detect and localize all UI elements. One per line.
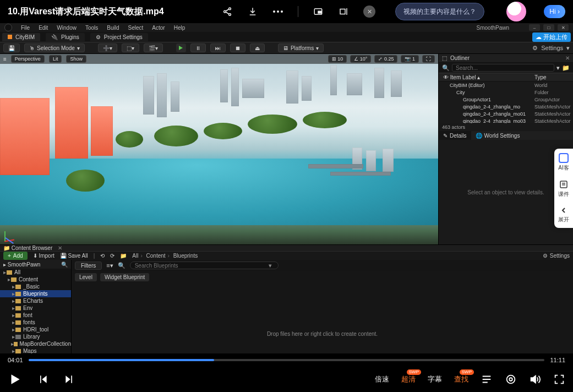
playlist-icon[interactable] bbox=[481, 373, 493, 385]
window-max-icon[interactable]: □ bbox=[543, 24, 554, 31]
content-tree-node[interactable]: ▸MapBorderCollection bbox=[0, 340, 71, 347]
speed-button[interactable]: 倍速 bbox=[375, 374, 389, 384]
settings-button[interactable]: Settings bbox=[541, 45, 563, 51]
ai-assist-button[interactable]: AI客 bbox=[558, 153, 569, 172]
progress-track[interactable] bbox=[29, 359, 545, 361]
add-button[interactable]: + Add bbox=[3, 252, 28, 260]
show-button[interactable]: Show bbox=[66, 55, 86, 63]
menu-window[interactable]: Window bbox=[57, 25, 77, 31]
window-min-icon[interactable]: – bbox=[529, 24, 540, 31]
find-button[interactable]: 查找SWP bbox=[454, 374, 468, 384]
expand-button[interactable]: 展开 bbox=[558, 206, 569, 224]
tab-project-settings[interactable]: ⚙ Project Settings bbox=[90, 33, 148, 41]
pause-button[interactable]: ⏸ bbox=[190, 43, 206, 52]
content-search-input[interactable] bbox=[130, 262, 279, 269]
step-button[interactable]: ⏭ bbox=[210, 43, 226, 52]
volume-icon[interactable] bbox=[529, 373, 541, 385]
stop-button[interactable]: ⏹ bbox=[230, 43, 245, 52]
content-tree-node[interactable]: ▸Library bbox=[0, 333, 71, 340]
snap-angle-button[interactable]: ∠ 10° bbox=[350, 55, 371, 63]
content-tree-node[interactable]: ▸_Basic bbox=[0, 283, 71, 290]
fullscreen-icon[interactable] bbox=[553, 373, 565, 385]
filter-settings-icon[interactable]: ▾ bbox=[556, 64, 560, 72]
tab-details[interactable]: ✎ Details bbox=[439, 131, 471, 140]
outliner-row[interactable]: CityBIM (Editor)World bbox=[439, 81, 573, 89]
courseware-button[interactable]: 课件 bbox=[558, 179, 569, 198]
save-button[interactable]: 💾 bbox=[3, 43, 20, 52]
platforms-button[interactable]: 🖥 Platforms ▾ bbox=[278, 43, 324, 52]
content-browser-tab[interactable]: 📁 Content Browser bbox=[3, 245, 52, 251]
viewport-max-icon[interactable]: ⛶ bbox=[422, 55, 435, 63]
snap-grid-button[interactable]: ⊞ 10 bbox=[328, 55, 347, 63]
menu-tools[interactable]: Tools bbox=[85, 25, 98, 31]
content-tree-node[interactable]: ▸Content bbox=[0, 276, 71, 283]
save-all-button[interactable]: 💾 Save All bbox=[60, 253, 88, 259]
folder-icon[interactable]: 📁 bbox=[120, 253, 127, 259]
add-actor-button[interactable]: ➕▾ bbox=[98, 43, 117, 52]
collapse-icon[interactable] bbox=[338, 6, 349, 17]
hi-button[interactable]: Hi › bbox=[544, 5, 565, 18]
avatar[interactable] bbox=[506, 2, 526, 21]
close-icon[interactable]: ✕ bbox=[58, 245, 62, 251]
tab-citybim[interactable]: CityBIM bbox=[2, 33, 40, 41]
download-icon[interactable] bbox=[247, 6, 258, 17]
selection-mode-button[interactable]: 🖱 Selection Mode ▾ bbox=[24, 43, 85, 52]
perspective-button[interactable]: Perspective bbox=[11, 55, 45, 63]
subtitle-button[interactable]: 字幕 bbox=[428, 374, 442, 384]
content-tree-node[interactable]: ▸All bbox=[0, 269, 71, 276]
filter-chip-level[interactable]: Level bbox=[75, 273, 97, 281]
outliner-row[interactable]: CityFolder bbox=[439, 89, 573, 96]
prev-button[interactable] bbox=[37, 374, 48, 385]
viewport-3d[interactable] bbox=[0, 54, 438, 244]
filters-button[interactable]: Filters bbox=[75, 262, 102, 270]
snap-scale-button[interactable]: ⤢ 0.25 bbox=[374, 55, 397, 63]
content-tree-node[interactable]: ▸Blueprints bbox=[0, 290, 71, 297]
play-button[interactable] bbox=[8, 372, 22, 386]
search-close-button[interactable]: ✕ bbox=[363, 6, 375, 18]
tab-plugins[interactable]: 🔌 Plugins bbox=[46, 33, 85, 41]
cloud-upload-button[interactable]: ☁ 开始上传 bbox=[532, 32, 571, 42]
close-icon[interactable]: ✕ bbox=[565, 55, 570, 61]
outliner-row[interactable]: qingdao_2-4_zhangla_moStaticMeshActor bbox=[439, 103, 573, 110]
import-button[interactable]: ⬇ Import bbox=[33, 253, 54, 259]
outliner-row[interactable]: qingdao_2-4_zhangla_mo01StaticMeshActor bbox=[439, 110, 573, 117]
quality-button[interactable]: 超清SWP bbox=[401, 374, 416, 384]
sequence-button[interactable]: 🎬▾ bbox=[144, 43, 163, 52]
outliner-search-input[interactable] bbox=[452, 64, 554, 72]
menu-edit[interactable]: Edit bbox=[39, 25, 48, 31]
breadcrumb[interactable]: All› Content› Blueprints bbox=[132, 253, 198, 259]
content-tree-node[interactable]: ▸font bbox=[0, 312, 71, 319]
menu-actor[interactable]: Actor bbox=[152, 25, 165, 31]
filter-chip-widget-blueprint[interactable]: Widget Blueprint bbox=[100, 273, 149, 281]
content-tree-node[interactable]: ▸fonts bbox=[0, 319, 71, 326]
filter-toggle-icon[interactable]: ≡▾ bbox=[106, 262, 113, 269]
content-tree-node[interactable]: ▸ECharts bbox=[0, 297, 71, 304]
nav-back-icon[interactable]: ⟲ bbox=[100, 253, 105, 259]
menu-help[interactable]: Help bbox=[174, 25, 185, 31]
cb-settings-button[interactable]: Settings bbox=[550, 253, 570, 259]
eject-button[interactable]: ⏏ bbox=[250, 43, 265, 52]
search-icon[interactable]: 🔍 bbox=[61, 262, 68, 268]
content-tree-node[interactable]: ▸Env bbox=[0, 304, 71, 312]
window-close-icon[interactable]: ✕ bbox=[558, 24, 569, 31]
share-icon[interactable] bbox=[222, 6, 233, 17]
ai-search-pill[interactable]: 视频的主要内容是什么？ bbox=[395, 3, 484, 20]
menu-file[interactable]: File bbox=[21, 25, 30, 31]
next-button[interactable] bbox=[64, 374, 75, 385]
camera-speed-button[interactable]: 📷 1 bbox=[401, 55, 419, 63]
nav-fwd-icon[interactable]: ⟳ bbox=[110, 253, 114, 259]
content-tree-node[interactable]: ▸HDRI_tool bbox=[0, 326, 71, 333]
new-folder-icon[interactable]: 📁 bbox=[562, 64, 570, 72]
lit-button[interactable]: Lit bbox=[49, 55, 62, 63]
more-icon[interactable] bbox=[272, 6, 283, 17]
pip-icon[interactable] bbox=[313, 6, 324, 17]
blueprint-button[interactable]: ⬚▾ bbox=[122, 43, 139, 52]
outliner-row[interactable]: qingdao_2-4_zhangla_mo03StaticMeshActor bbox=[439, 117, 573, 123]
menu-build[interactable]: Build bbox=[107, 25, 119, 31]
tab-world-settings[interactable]: 🌐 World Settings bbox=[471, 131, 525, 140]
menu-select[interactable]: Select bbox=[128, 25, 144, 31]
play-button[interactable] bbox=[176, 43, 186, 52]
outliner-tab[interactable]: ⬚ Outliner✕ bbox=[439, 54, 573, 63]
loop-icon[interactable] bbox=[505, 373, 517, 385]
viewport-menu-icon[interactable]: ≡ bbox=[3, 56, 7, 62]
